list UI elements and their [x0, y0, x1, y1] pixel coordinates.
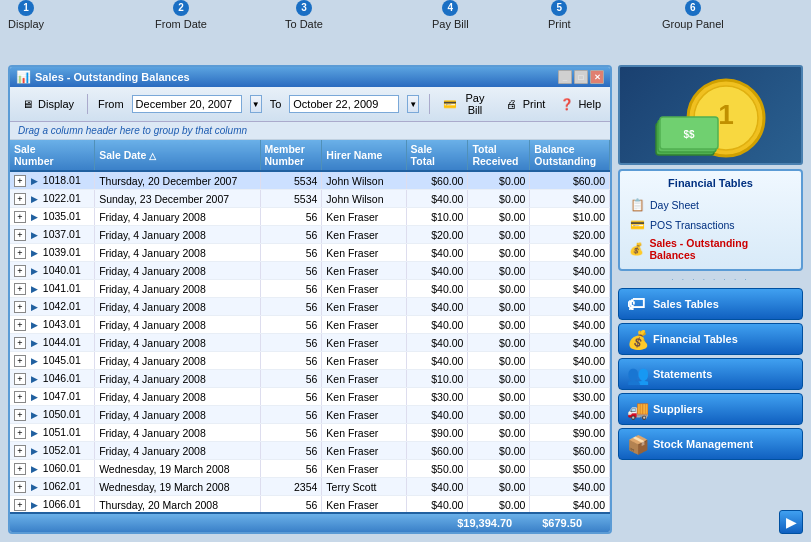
row-expander[interactable]: + — [14, 445, 26, 457]
row-expander[interactable]: + — [14, 175, 26, 187]
nav-suppliers-button[interactable]: 🚚 Suppliers — [618, 393, 803, 425]
nav-label-suppliers: Suppliers — [653, 403, 703, 415]
display-button[interactable]: 🖥 Display — [16, 95, 77, 113]
cell-member-num: 56 — [260, 406, 322, 424]
cell-sale-num: + ▶ 1041.01 — [10, 280, 95, 298]
row-expander[interactable]: + — [14, 481, 26, 493]
svg-text:$$: $$ — [683, 129, 695, 140]
close-button[interactable]: ✕ — [590, 70, 604, 84]
financial-table-item[interactable]: 📋 Day Sheet — [626, 195, 795, 215]
cell-hirer-name: Ken Fraser — [322, 334, 406, 352]
table-row: + ▶ 1066.01 Thursday, 20 March 2008 56 K… — [10, 496, 610, 513]
pay-bill-button[interactable]: 💳 Pay Bill — [440, 91, 493, 117]
table-row: + ▶ 1039.01 Friday, 4 January 2008 56 Ke… — [10, 244, 610, 262]
row-arrow: ▶ — [31, 410, 38, 420]
label-display: 1Display — [8, 0, 44, 30]
from-date-dropdown[interactable]: ▼ — [250, 95, 262, 113]
nav-statements-button[interactable]: 👥 Statements — [618, 358, 803, 390]
row-expander[interactable]: + — [14, 247, 26, 259]
table-row: + ▶ 1041.01 Friday, 4 January 2008 56 Ke… — [10, 280, 610, 298]
row-expander[interactable]: + — [14, 409, 26, 421]
scroll-right-button[interactable]: ▶ — [779, 510, 803, 534]
row-expander[interactable]: + — [14, 427, 26, 439]
row-expander[interactable]: + — [14, 337, 26, 349]
cell-balance: $60.00 — [530, 442, 610, 460]
cell-member-num: 56 — [260, 298, 322, 316]
cell-sale-date: Friday, 4 January 2008 — [95, 388, 260, 406]
cell-total-received: $0.00 — [468, 388, 530, 406]
to-date-input[interactable] — [289, 95, 399, 113]
cell-member-num: 5534 — [260, 171, 322, 190]
row-expander[interactable]: + — [14, 193, 26, 205]
row-expander[interactable]: + — [14, 283, 26, 295]
label-to-date: 3To Date — [285, 0, 323, 30]
financial-table-item[interactable]: 💳 POS Transactions — [626, 215, 795, 235]
maximize-button[interactable]: □ — [574, 70, 588, 84]
cell-sale-num: + ▶ 1047.01 — [10, 388, 95, 406]
cell-sale-num: + ▶ 1060.01 — [10, 460, 95, 478]
cell-sale-num: + ▶ 1045.01 — [10, 352, 95, 370]
row-expander[interactable]: + — [14, 373, 26, 385]
window-controls[interactable]: _ □ ✕ — [558, 70, 604, 84]
cell-total-received: $0.00 — [468, 370, 530, 388]
nav-label-sales: Sales Tables — [653, 298, 719, 310]
cell-balance: $50.00 — [530, 460, 610, 478]
from-date-input[interactable] — [132, 95, 242, 113]
nav-label-stock: Stock Management — [653, 438, 753, 450]
cell-hirer-name: Ken Fraser — [322, 208, 406, 226]
help-button[interactable]: ❓ Help — [556, 95, 604, 113]
cell-sale-date: Sunday, 23 December 2007 — [95, 190, 260, 208]
cell-sale-num: + ▶ 1044.01 — [10, 334, 95, 352]
nav-financial-button[interactable]: 💰 Financial Tables — [618, 323, 803, 355]
row-expander[interactable]: + — [14, 463, 26, 475]
print-button[interactable]: 🖨 Print — [501, 95, 549, 113]
table-row: + ▶ 1051.01 Friday, 4 January 2008 56 Ke… — [10, 424, 610, 442]
cell-member-num: 56 — [260, 316, 322, 334]
cell-sale-total: $20.00 — [406, 226, 468, 244]
table-row: + ▶ 1045.01 Friday, 4 January 2008 56 Ke… — [10, 352, 610, 370]
label-from-date: 2From Date — [155, 0, 207, 30]
cell-sale-num: + ▶ 1052.01 — [10, 442, 95, 460]
table-container[interactable]: SaleNumber Sale Date MemberNumber Hirer … — [10, 140, 610, 512]
col-balance[interactable]: BalanceOutstanding — [530, 140, 610, 171]
row-expander[interactable]: + — [14, 265, 26, 277]
cell-hirer-name: Ken Fraser — [322, 370, 406, 388]
cell-balance: $40.00 — [530, 406, 610, 424]
cell-sale-num: + ▶ 1035.01 — [10, 208, 95, 226]
nav-icon-suppliers: 🚚 — [627, 399, 647, 419]
table-row: + ▶ 1037.01 Friday, 4 January 2008 56 Ke… — [10, 226, 610, 244]
table-header: SaleNumber Sale Date MemberNumber Hirer … — [10, 140, 610, 171]
row-expander[interactable]: + — [14, 229, 26, 241]
cell-total-received: $0.00 — [468, 280, 530, 298]
to-date-dropdown[interactable]: ▼ — [407, 95, 419, 113]
table-row: + ▶ 1040.01 Friday, 4 January 2008 56 Ke… — [10, 262, 610, 280]
cell-hirer-name: Ken Fraser — [322, 226, 406, 244]
row-expander[interactable]: + — [14, 355, 26, 367]
nav-stock-button[interactable]: 📦 Stock Management — [618, 428, 803, 460]
financial-table-item[interactable]: 💰 Sales - Outstanding Balances — [626, 235, 795, 263]
col-hirer-name[interactable]: Hirer Name — [322, 140, 406, 171]
minimize-button[interactable]: _ — [558, 70, 572, 84]
cell-sale-total: $40.00 — [406, 316, 468, 334]
col-sale-total[interactable]: SaleTotal — [406, 140, 468, 171]
col-sale-number[interactable]: SaleNumber — [10, 140, 95, 171]
data-table: SaleNumber Sale Date MemberNumber Hirer … — [10, 140, 610, 512]
table-footer: $19,394.70 $679.50 — [10, 512, 610, 532]
row-arrow: ▶ — [31, 446, 38, 456]
row-expander[interactable]: + — [14, 211, 26, 223]
row-arrow: ▶ — [31, 248, 38, 258]
cell-sale-date: Friday, 4 January 2008 — [95, 352, 260, 370]
coin-image: 1 $$ — [618, 65, 803, 165]
total-received: $679.50 — [542, 517, 582, 529]
nav-sales-button[interactable]: 🏷 Sales Tables — [618, 288, 803, 320]
row-expander[interactable]: + — [14, 391, 26, 403]
row-expander[interactable]: + — [14, 499, 26, 511]
svg-text:1: 1 — [718, 99, 734, 130]
row-expander[interactable]: + — [14, 319, 26, 331]
cell-member-num: 56 — [260, 496, 322, 513]
col-member-number[interactable]: MemberNumber — [260, 140, 322, 171]
col-total-received[interactable]: TotalReceived — [468, 140, 530, 171]
row-expander[interactable]: + — [14, 301, 26, 313]
col-sale-date[interactable]: Sale Date — [95, 140, 260, 171]
cell-hirer-name: Terry Scott — [322, 478, 406, 496]
